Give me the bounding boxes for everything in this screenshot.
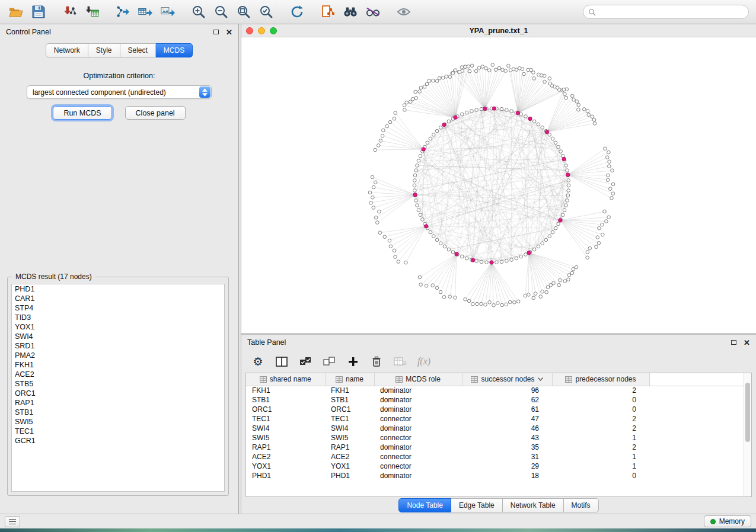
cell-mcds-role: connector bbox=[374, 414, 462, 424]
table-panel-title: Table Panel bbox=[247, 338, 286, 347]
column-header-mcds-role[interactable]: MCDS role bbox=[374, 373, 462, 386]
network-canvas[interactable] bbox=[241, 37, 756, 333]
float-table-panel-icon[interactable] bbox=[731, 340, 736, 345]
cell-shared-name: ACE2 bbox=[246, 452, 325, 462]
table-row[interactable]: RAP1RAP1dominator352 bbox=[246, 443, 751, 452]
eye-icon bbox=[397, 5, 411, 19]
table-row[interactable]: STB1STB1dominator620 bbox=[246, 395, 751, 405]
table-row[interactable]: SWI4SWI4dominator462 bbox=[246, 424, 751, 433]
import-table-button[interactable] bbox=[83, 3, 101, 21]
tab-select[interactable]: Select bbox=[120, 43, 156, 57]
refresh-button[interactable] bbox=[288, 3, 306, 21]
save-session-button[interactable] bbox=[30, 3, 47, 21]
minimize-window-button[interactable] bbox=[258, 27, 265, 34]
cell-predecessor-nodes: 2 bbox=[552, 414, 649, 424]
mcds-result-item[interactable]: ACE2 bbox=[12, 370, 224, 379]
run-mcds-button[interactable]: Run MCDS bbox=[53, 106, 111, 120]
mcds-result-item[interactable]: CAR1 bbox=[12, 294, 224, 303]
mcds-result-item[interactable]: SWI4 bbox=[12, 332, 224, 341]
node-table: shared name name MCDS role successor n bbox=[245, 373, 752, 497]
unselect-all-button[interactable] bbox=[322, 354, 336, 369]
table-row[interactable]: SWI5SWI5connector431 bbox=[246, 433, 751, 443]
function-builder-button[interactable]: f(x) bbox=[417, 354, 431, 369]
list-icon bbox=[9, 519, 16, 524]
eye-button[interactable] bbox=[395, 3, 413, 21]
mcds-result-item[interactable]: TID3 bbox=[12, 313, 224, 322]
table-row[interactable]: ACE2ACE2connector311 bbox=[246, 452, 751, 462]
table-row[interactable]: TEC1TEC1connector472 bbox=[246, 414, 751, 424]
zoom-selected-button[interactable] bbox=[257, 3, 275, 21]
close-table-panel-icon[interactable]: ✕ bbox=[744, 339, 750, 347]
maximize-window-button[interactable] bbox=[270, 27, 277, 34]
table-row[interactable]: YOX1YOX1connector291 bbox=[246, 462, 751, 471]
open-session-button[interactable] bbox=[7, 3, 25, 21]
zoom-out-button[interactable] bbox=[212, 3, 230, 21]
tab-network-table[interactable]: Network Table bbox=[503, 498, 564, 512]
float-panel-icon[interactable] bbox=[213, 30, 219, 34]
zoom-in-icon bbox=[192, 5, 206, 19]
mcds-result-item[interactable]: STB1 bbox=[12, 408, 224, 417]
mcds-result-list[interactable]: PHD1CAR1STP4TID3YOX1SWI4SRD1PMA2FKH1ACE2… bbox=[11, 284, 225, 492]
export-group bbox=[114, 3, 177, 21]
cell-predecessor-nodes: 0 bbox=[552, 471, 649, 480]
search-box[interactable] bbox=[583, 5, 749, 19]
cell-mcds-role: dominator bbox=[374, 471, 462, 480]
export-network-button[interactable] bbox=[114, 3, 132, 21]
mcds-result-item[interactable]: ORC1 bbox=[12, 389, 224, 398]
table-scrollbar[interactable] bbox=[744, 373, 751, 496]
tab-edge-table[interactable]: Edge Table bbox=[451, 498, 503, 512]
glasses-button[interactable] bbox=[364, 3, 382, 21]
tab-mcds[interactable]: MCDS bbox=[156, 43, 193, 57]
add-row-button[interactable] bbox=[346, 354, 360, 369]
zoom-selected-icon bbox=[259, 5, 273, 19]
mcds-result-item[interactable]: PMA2 bbox=[12, 351, 224, 360]
table-row[interactable]: FKH1FKH1dominator962 bbox=[246, 386, 751, 395]
zoom-fit-button[interactable] bbox=[235, 3, 253, 21]
import-network-button[interactable] bbox=[60, 3, 78, 21]
cell-successor-nodes: 47 bbox=[462, 414, 552, 424]
mcds-result-item[interactable]: FKH1 bbox=[12, 360, 224, 370]
share-document-button[interactable] bbox=[319, 3, 337, 21]
delete-row-button[interactable] bbox=[369, 354, 384, 369]
mcds-result-item[interactable]: STB5 bbox=[12, 379, 224, 389]
binoculars-button[interactable] bbox=[342, 3, 359, 21]
column-header-shared-name[interactable]: shared name bbox=[246, 373, 325, 386]
close-window-button[interactable] bbox=[246, 27, 253, 34]
cell-shared-name: ORC1 bbox=[246, 405, 325, 414]
table-row[interactable]: ORC1ORC1dominator610 bbox=[246, 405, 751, 414]
search-input[interactable] bbox=[599, 8, 744, 16]
mcds-result-item[interactable]: RAP1 bbox=[12, 398, 224, 408]
show-columns-button[interactable] bbox=[275, 354, 289, 369]
optimization-criterion-select[interactable]: largest connected component (undirected) bbox=[27, 85, 212, 99]
right-column: YPA_prune.txt_1 Table Panel bbox=[241, 24, 756, 514]
mcds-result-item[interactable]: STP4 bbox=[12, 303, 224, 313]
cell-predecessor-nodes: 0 bbox=[552, 405, 649, 414]
mcds-result-item[interactable]: SRD1 bbox=[12, 341, 224, 351]
mcds-result-item[interactable]: TEC1 bbox=[12, 427, 224, 436]
zoom-in-button[interactable] bbox=[190, 3, 208, 21]
clear-table-button[interactable] bbox=[393, 354, 407, 369]
tab-style[interactable]: Style bbox=[88, 43, 120, 57]
tab-network[interactable]: Network bbox=[46, 43, 88, 57]
mcds-result-item[interactable]: GCR1 bbox=[12, 436, 224, 446]
close-panel-icon[interactable]: ✕ bbox=[226, 28, 232, 36]
export-image-button[interactable] bbox=[159, 3, 177, 21]
export-table-button[interactable] bbox=[136, 3, 154, 21]
status-menu-button[interactable] bbox=[5, 516, 20, 527]
column-header-name[interactable]: name bbox=[325, 373, 374, 386]
table-row[interactable]: PHD1PHD1dominator180 bbox=[246, 471, 751, 480]
tab-node-table[interactable]: Node Table bbox=[398, 498, 451, 512]
select-all-button[interactable] bbox=[298, 354, 312, 369]
cell-name: FKH1 bbox=[325, 386, 374, 395]
mcds-result-item[interactable]: YOX1 bbox=[12, 322, 224, 332]
mcds-result-item[interactable]: PHD1 bbox=[12, 284, 224, 294]
column-header-successor-nodes[interactable]: successor nodes bbox=[462, 373, 552, 386]
column-header-filler bbox=[649, 373, 751, 386]
close-panel-button[interactable]: Close panel bbox=[125, 106, 186, 120]
tab-motifs[interactable]: Motifs bbox=[564, 498, 599, 512]
table-settings-button[interactable]: ⚙ bbox=[251, 354, 265, 369]
column-header-predecessor-nodes[interactable]: predecessor nodes bbox=[552, 373, 649, 386]
table-scrollbar-thumb[interactable] bbox=[745, 383, 750, 442]
mcds-result-item[interactable]: SWI5 bbox=[12, 417, 224, 427]
memory-button[interactable]: Memory bbox=[704, 515, 751, 527]
